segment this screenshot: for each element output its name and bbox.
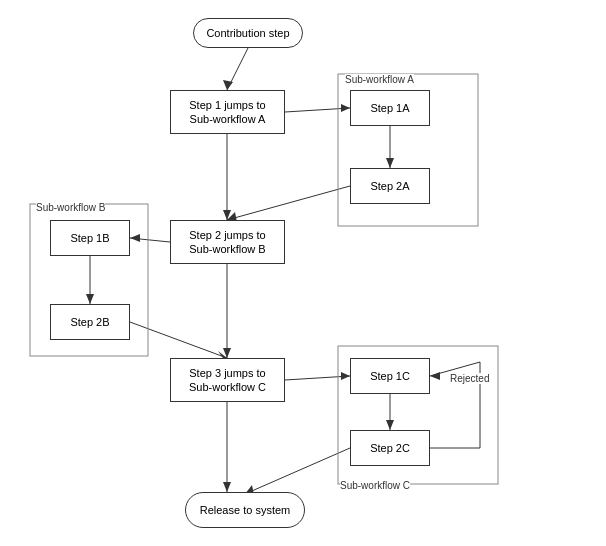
step1-main-label: Step 1 jumps toSub-workflow A bbox=[189, 98, 265, 127]
svg-marker-3 bbox=[341, 104, 350, 112]
svg-marker-17 bbox=[223, 348, 231, 358]
step1c-node: Step 1C bbox=[350, 358, 430, 394]
svg-marker-19 bbox=[341, 372, 350, 380]
step2b-label: Step 2B bbox=[70, 315, 109, 329]
svg-marker-21 bbox=[386, 420, 394, 430]
step2-main-label: Step 2 jumps toSub-workflow B bbox=[189, 228, 265, 257]
contribution-step-label: Contribution step bbox=[206, 26, 289, 40]
contribution-step-node: Contribution step bbox=[193, 18, 303, 48]
release-node: Release to system bbox=[185, 492, 305, 528]
svg-line-2 bbox=[285, 108, 350, 112]
step2c-node: Step 2C bbox=[350, 430, 430, 466]
step2a-label: Step 2A bbox=[370, 179, 409, 193]
step3-main-label: Step 3 jumps toSub-workflow C bbox=[189, 366, 266, 395]
svg-line-6 bbox=[227, 186, 350, 220]
step1b-label: Step 1B bbox=[70, 231, 109, 245]
svg-marker-29 bbox=[430, 372, 440, 380]
step1c-label: Step 1C bbox=[370, 369, 410, 383]
svg-line-0 bbox=[227, 48, 248, 90]
subworkflow-a-label: Sub-workflow A bbox=[345, 74, 414, 85]
step1a-label: Step 1A bbox=[370, 101, 409, 115]
svg-marker-1 bbox=[223, 80, 233, 90]
step3-main-node: Step 3 jumps toSub-workflow C bbox=[170, 358, 285, 402]
step1a-node: Step 1A bbox=[350, 90, 430, 126]
svg-line-14 bbox=[130, 322, 227, 358]
subworkflow-b-label: Sub-workflow B bbox=[36, 202, 105, 213]
arrows-svg bbox=[0, 0, 606, 546]
step2c-label: Step 2C bbox=[370, 441, 410, 455]
subworkflow-c-label: Sub-workflow C bbox=[340, 480, 410, 491]
step2a-node: Step 2A bbox=[350, 168, 430, 204]
svg-line-22 bbox=[245, 448, 350, 494]
step2-main-node: Step 2 jumps toSub-workflow B bbox=[170, 220, 285, 264]
step1-main-node: Step 1 jumps toSub-workflow A bbox=[170, 90, 285, 134]
svg-marker-25 bbox=[223, 482, 231, 492]
rejected-label: Rejected bbox=[450, 373, 489, 384]
step2b-node: Step 2B bbox=[50, 304, 130, 340]
diagram: Contribution step Step 1 jumps toSub-wor… bbox=[0, 0, 606, 546]
svg-marker-5 bbox=[386, 158, 394, 168]
svg-marker-11 bbox=[130, 234, 140, 242]
release-label: Release to system bbox=[200, 503, 290, 517]
step1b-node: Step 1B bbox=[50, 220, 130, 256]
svg-marker-13 bbox=[86, 294, 94, 304]
svg-line-10 bbox=[130, 238, 170, 242]
svg-marker-9 bbox=[223, 210, 231, 220]
svg-line-18 bbox=[285, 376, 350, 380]
